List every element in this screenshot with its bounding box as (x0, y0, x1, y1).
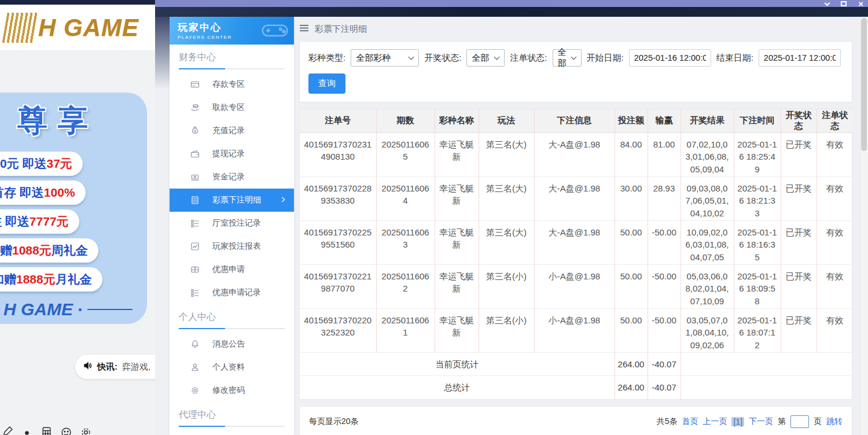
chevron-down-icon[interactable] (825, 1, 830, 6)
table-cell: 20250116061 (376, 308, 435, 352)
column-header: 注单状态 (816, 109, 853, 132)
promo-banner[interactable]: 注 即送7777元 (0, 209, 79, 234)
page-title: 彩票下注明细 (315, 24, 367, 35)
promo-banner[interactable]: 首存 即送100% (0, 180, 86, 205)
summary-empty (681, 352, 853, 376)
promo-headline: 尊享 (17, 101, 147, 141)
sidebar-item-label: 提现记录 (212, 149, 245, 159)
sidebar-item-label: 个人资料 (212, 362, 245, 373)
scrollbar-thumb[interactable] (861, 18, 867, 151)
summary-bet-total: 264.00 (615, 376, 648, 399)
logo-text: H GAME (38, 14, 139, 42)
jump-button[interactable]: 跳转 (826, 416, 843, 427)
table-cell: 有效 (816, 220, 853, 264)
promo-banner-text: 注 即送 (0, 215, 30, 228)
bet-status-value: 全部 (558, 47, 567, 69)
sidebar-item[interactable]: 优惠申请 (170, 258, 294, 281)
restore-icon[interactable] (841, 1, 847, 6)
summary-bet-total: 264.00 (615, 352, 648, 376)
sidebar-item-label: 资金记录 (212, 172, 245, 182)
table-cell: 第三名(大) (479, 220, 534, 264)
chevron-down-icon (571, 54, 576, 60)
table-cell: 05,03,06,08,02,01,04,07,10,09 (681, 264, 734, 308)
draw-status-label: 开奖状态: (424, 53, 461, 64)
sidebar-item[interactable]: 存款专区 (170, 73, 294, 96)
first-page-link[interactable]: 首页 (682, 416, 698, 427)
sidebar-item[interactable]: 彩票下注明细 (170, 189, 294, 212)
sidebar-item[interactable]: 玩家投注报表 (170, 235, 294, 258)
deposit-card-icon (190, 80, 200, 89)
draw-status-value: 全部 (472, 53, 489, 64)
table-cell: 幸运飞艇新 (435, 132, 479, 176)
sidebar-item[interactable]: 充值记录 (170, 119, 294, 142)
promo-banner[interactable]: 加赠1088元周礼金 (0, 238, 98, 263)
smiley-icon[interactable] (60, 426, 72, 435)
column-header: 输赢 (648, 109, 681, 132)
table-cell: 第三名(大) (479, 132, 534, 176)
hamburger-icon[interactable] (299, 24, 309, 34)
brand-dashline (87, 309, 133, 310)
sidebar-item-label: 充值记录 (212, 126, 245, 136)
gamepad-icon (262, 21, 288, 39)
table-cell: 03,05,07,01,08,04,10,09,02,06 (681, 308, 734, 352)
close-icon[interactable]: × (858, 1, 863, 7)
table-cell: 幸运飞艇新 (435, 308, 479, 352)
column-header: 下注信息 (534, 109, 615, 132)
sidebar-item[interactable]: 个人资料 (170, 356, 294, 379)
main-content: 彩票下注明细 彩种类型: 全部彩种 开奖状态: 全部 注单状态: 全部 (299, 17, 852, 435)
ticker-label: 快讯: (97, 362, 117, 373)
promo-banner-text: 加赠 (0, 272, 16, 286)
lottery-type-value: 全部彩种 (356, 53, 391, 64)
fund-record-icon (190, 172, 200, 182)
jump-page-input[interactable] (790, 415, 809, 428)
promo-banner-text: 0元 即送 (0, 157, 47, 170)
promo-brand-text: H GAME (3, 300, 73, 319)
sidebar-section-title: 个人中心 (170, 304, 294, 328)
prev-page-link[interactable]: 上一页 (703, 416, 727, 427)
promo-banner[interactable]: 加赠1888元月礼金 (0, 267, 102, 292)
column-header: 开奖状态 (781, 109, 816, 132)
pen-icon[interactable] (1, 426, 13, 435)
table-cell: 大-A盘@1.98 (534, 132, 615, 176)
promo-banner[interactable]: 0元 即送37元 (0, 152, 83, 176)
summary-winloss-total: -40.07 (648, 376, 681, 399)
table-cell: 20250116065 (376, 132, 435, 176)
lottery-type-select[interactable]: 全部彩种 (351, 49, 419, 67)
sidebar-item[interactable]: 消息公告 (170, 333, 294, 356)
sidebar-item-label: 存款专区 (212, 79, 245, 90)
brand-dot (79, 308, 82, 311)
table-cell: 84.00 (615, 132, 648, 176)
table-cell: 有效 (816, 176, 853, 220)
sidebar-item[interactable]: 修改密码 (170, 379, 294, 402)
query-button[interactable]: 查询 (308, 73, 345, 94)
logo: H GAME (0, 5, 155, 51)
summary-row: 总统计264.00-40.07 (300, 376, 853, 399)
settings-icon[interactable] (80, 426, 92, 435)
end-date-input[interactable] (759, 49, 841, 67)
sidebar-item[interactable]: 提现记录 (170, 142, 294, 165)
sidebar-item[interactable]: 取款专区 (170, 96, 294, 119)
sidebar-item[interactable]: 优惠申请记录 (170, 281, 294, 304)
speaker-icon (83, 361, 93, 373)
table-cell: 有效 (816, 264, 853, 308)
sidebar-item[interactable]: 厅室投注记录 (170, 212, 294, 235)
sidebar-item-label: 修改密码 (212, 385, 245, 396)
promo-panel: 尊享 0元 即送37元首存 即送100%注 即送7777元加赠1088元周礼金加… (0, 93, 147, 324)
promo-ticket-icon (190, 265, 200, 274)
draw-status-select[interactable]: 全部 (466, 49, 505, 67)
bet-status-select[interactable]: 全部 (553, 49, 582, 67)
start-date-input[interactable] (629, 49, 711, 67)
news-ticker[interactable]: 快讯: 弈游戏, (75, 355, 155, 379)
dot-icon[interactable] (21, 426, 33, 435)
sidebar-item[interactable]: 资金记录 (170, 165, 294, 189)
table-cell: 第三名(大) (479, 176, 534, 220)
report-chart-icon (190, 242, 200, 251)
table-cell: -50.00 (648, 264, 681, 308)
bet-status-label: 注单状态: (510, 53, 547, 64)
scrollbar-track[interactable] (860, 17, 868, 435)
next-page-link[interactable]: 下一页 (749, 416, 773, 427)
table-cell: 81.00 (648, 132, 681, 176)
top-nav-bar (155, 7, 868, 17)
calculator-icon[interactable] (41, 426, 53, 435)
brand-panel: H GAME 尊享 0元 即送37元首存 即送100%注 即送7777元加赠10… (0, 0, 155, 435)
